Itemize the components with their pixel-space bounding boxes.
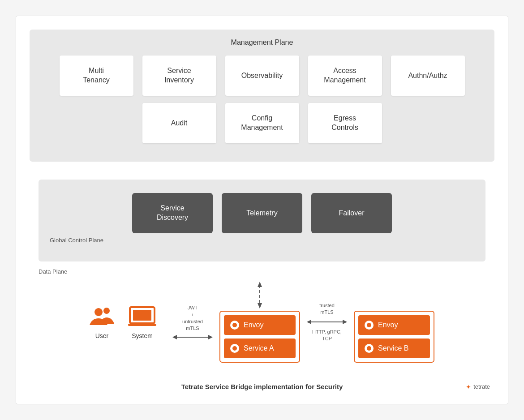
gcp-box-service-discovery: ServiceDiscovery	[132, 193, 213, 233]
service-b-circle-icon	[365, 344, 374, 353]
bidirectional-arrow-jwt	[172, 334, 213, 340]
mgmt-box-config-management: ConfigManagement	[225, 103, 299, 143]
jwt-arrow-line	[172, 334, 213, 340]
svg-rect-4	[128, 324, 156, 326]
system-label: System	[132, 332, 153, 339]
svg-marker-9	[258, 282, 262, 287]
service-b-bar: Service B	[358, 339, 430, 358]
global-control-plane: ServiceDiscovery Telemetry Failover Glob…	[39, 180, 485, 261]
gcp-box-failover: Failover	[311, 193, 392, 233]
trusted-arrow-line	[307, 318, 347, 326]
footer: Tetrate Service Bridge implementation fo…	[30, 383, 494, 390]
user-item: User	[90, 305, 114, 339]
management-plane-label: Management Plane	[39, 39, 485, 47]
svg-marker-6	[172, 335, 177, 339]
svg-point-1	[103, 308, 110, 314]
svg-marker-12	[307, 320, 311, 324]
tetrate-logo-icon: ✦	[466, 383, 471, 390]
mgmt-box-multi-tenancy: MultiTenancy	[60, 56, 133, 96]
svg-rect-3	[133, 310, 151, 321]
management-row-2: Audit ConfigManagement EgressControls	[39, 103, 485, 143]
mgmt-box-service-inventory: ServiceInventory	[142, 56, 216, 96]
mgmt-box-access-management: AccessManagement	[308, 56, 382, 96]
system-icon	[128, 305, 157, 330]
jwt-arrow-section: JWT+untrustedmTLS	[172, 304, 213, 340]
management-row-1: MultiTenancy ServiceInventory Observabil…	[39, 56, 485, 96]
bidirectional-arrow-trusted	[307, 319, 347, 325]
mgmt-box-observability: Observability	[225, 56, 299, 96]
management-plane: Management Plane MultiTenancy ServiceInv…	[30, 30, 494, 162]
gcp-boxes: ServiceDiscovery Telemetry Failover	[47, 193, 477, 233]
gcp-label: Global Control Plane	[47, 237, 477, 244]
envoy-circle-icon-b	[365, 321, 374, 330]
service-a-label: Service A	[244, 344, 274, 352]
user-label: User	[95, 332, 109, 339]
service-b-label: Service B	[378, 344, 408, 352]
lower-section: ServiceDiscovery Telemetry Failover Glob…	[30, 171, 494, 372]
trusted-mtls-label: trustedmTLS	[319, 302, 335, 316]
envoy-label-a: Envoy	[244, 321, 263, 329]
envoy-label-b: Envoy	[378, 321, 398, 329]
mgmt-box-authn-authz: Authn/Authz	[391, 56, 465, 96]
envoy-circle-icon-a	[230, 321, 239, 330]
gcp-box-telemetry: Telemetry	[222, 193, 302, 233]
svg-marker-7	[208, 335, 213, 339]
mgmt-box-egress-controls: EgressControls	[308, 103, 382, 143]
tetrate-logo-text: tetrate	[473, 383, 490, 390]
svg-point-0	[94, 308, 103, 316]
envoy-service-a-box: Envoy Service A	[219, 311, 300, 363]
envoy-service-b-box: Envoy Service B	[354, 311, 434, 363]
trusted-arrow-section: trustedmTLS HTTP, gRPC, TCP	[307, 302, 347, 343]
vertical-dashed-arrow	[257, 282, 262, 309]
user-icon	[90, 305, 114, 330]
data-plane-label: Data Plane	[39, 268, 485, 275]
tetrate-logo: ✦ tetrate	[466, 383, 490, 390]
svg-marker-13	[343, 320, 347, 324]
data-plane-content: User System	[39, 282, 485, 363]
system-item: System	[128, 305, 157, 339]
protocol-label: HTTP, gRPC, TCP	[312, 329, 342, 343]
mgmt-box-audit: Audit	[142, 103, 216, 143]
data-plane-section: Data Plane	[39, 268, 485, 363]
jwt-label: JWT+untrustedmTLS	[182, 304, 203, 332]
main-container: Management Plane MultiTenancy ServiceInv…	[16, 16, 508, 404]
envoy-bar-a: Envoy	[224, 315, 296, 335]
footer-title: Tetrate Service Bridge implementation fo…	[181, 383, 343, 390]
service-a-circle-icon	[230, 344, 239, 353]
envoy-bar-b: Envoy	[358, 315, 430, 335]
service-a-bar: Service A	[224, 339, 296, 358]
svg-marker-10	[258, 303, 262, 309]
